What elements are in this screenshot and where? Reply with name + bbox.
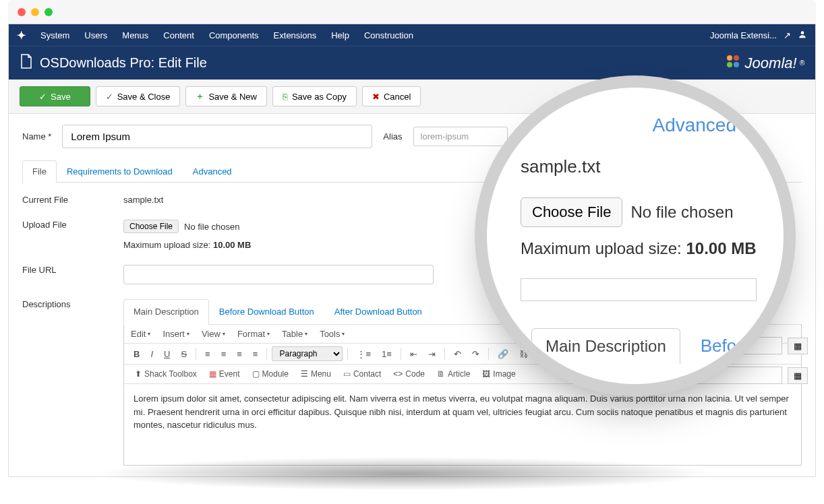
image-icon: 🖼 — [482, 369, 490, 379]
descriptions-label: Descriptions — [22, 299, 123, 309]
svg-point-1 — [727, 55, 732, 61]
unlink-button[interactable]: ⛓ — [515, 347, 532, 361]
name-label: Name * — [22, 131, 51, 141]
editor-menu-edit[interactable]: Edit▾ — [131, 329, 150, 339]
name-input[interactable] — [62, 125, 372, 148]
check-icon: ✓ — [39, 92, 47, 102]
save-button[interactable]: ✓Save — [20, 86, 90, 106]
upload-file-label: Upload File — [22, 220, 123, 230]
align-left-button[interactable]: ≡ — [201, 347, 214, 361]
joomla-burst-icon — [724, 52, 742, 75]
menu-construction[interactable]: Construction — [364, 30, 413, 40]
desc-tab-before[interactable]: Before Download Button — [209, 299, 324, 324]
editor-menu-format[interactable]: Format▾ — [237, 329, 270, 339]
zoom-url-input — [521, 278, 757, 301]
menu-extensions[interactable]: Extensions — [274, 30, 317, 40]
editor-menu-view[interactable]: View▾ — [202, 329, 225, 339]
close-window-icon[interactable] — [18, 8, 26, 16]
user-icon[interactable] — [798, 30, 807, 41]
menu-button[interactable]: ☰Menu — [295, 367, 336, 381]
contact-button[interactable]: ▭Contact — [338, 367, 386, 381]
svg-point-2 — [734, 55, 739, 61]
choose-file-button[interactable]: Choose File — [123, 220, 179, 233]
menu-components[interactable]: Components — [209, 30, 259, 40]
menu-system[interactable]: System — [40, 30, 69, 40]
save-close-button[interactable]: ✓Save & Close — [96, 86, 181, 106]
minimize-window-icon[interactable] — [31, 8, 39, 16]
indent-button[interactable]: ⇥ — [424, 347, 440, 361]
article-icon: 🗎 — [437, 369, 445, 379]
editor-textarea[interactable]: Lorem ipsum dolor sit amet, consectetur … — [124, 384, 801, 465]
image-button[interactable]: 🖼Image — [477, 367, 521, 381]
code-icon: <> — [393, 369, 403, 379]
no-file-text: No file chosen — [184, 222, 239, 232]
desc-tab-after[interactable]: After Download Button — [324, 299, 432, 324]
undo-button[interactable]: ↶ — [450, 347, 465, 361]
article-button[interactable]: 🗎Article — [432, 367, 475, 381]
calendar-button-2[interactable]: ▦ — [788, 367, 808, 384]
redo-button[interactable]: ↷ — [468, 347, 483, 361]
upload-icon: ⬆ — [135, 369, 142, 379]
calendar-icon: ▦ — [209, 369, 216, 379]
menu-content[interactable]: Content — [163, 30, 194, 40]
zoom-main-desc-tab: Main Description — [531, 328, 680, 364]
module-button[interactable]: ▢Module — [247, 367, 294, 381]
zoom-advanced-tab: Advanced — [521, 115, 736, 136]
editor-menu-insert[interactable]: Insert▾ — [163, 329, 189, 339]
zoom-no-file-text: No file chosen — [630, 203, 733, 222]
zoom-choose-file-button: Choose File — [521, 197, 622, 227]
drop-shadow — [94, 457, 715, 491]
menu-icon: ☰ — [301, 369, 308, 379]
window-titlebar — [8, 0, 816, 24]
menu-users[interactable]: Users — [84, 30, 107, 40]
file-icon — [20, 53, 33, 73]
check-icon: ✓ — [106, 92, 113, 102]
page-title: OSDownloads Pro: Edit File — [40, 55, 207, 71]
align-center-button[interactable]: ≡ — [217, 347, 231, 361]
joomla-icon[interactable]: ✦ — [17, 29, 26, 42]
site-name-link[interactable]: Joomla Extensi... — [710, 30, 777, 40]
calendar-button-1[interactable]: ▦ — [788, 338, 808, 354]
link-button[interactable]: 🔗 — [494, 347, 512, 361]
external-link-icon[interactable]: ↗ — [784, 30, 791, 40]
copy-icon: ⎘ — [283, 92, 288, 102]
underline-button[interactable]: U — [160, 347, 174, 361]
editor-menu-table[interactable]: Table▾ — [282, 329, 307, 339]
module-icon: ▢ — [252, 369, 260, 379]
calendar-icon: ▦ — [794, 341, 802, 351]
file-url-input[interactable] — [123, 265, 434, 284]
italic-button[interactable]: I — [146, 347, 157, 361]
desc-tab-main[interactable]: Main Description — [123, 299, 209, 325]
tab-file[interactable]: File — [22, 160, 57, 183]
cancel-button[interactable]: ✖Cancel — [362, 86, 421, 106]
cancel-icon: ✖ — [372, 92, 380, 102]
menu-help[interactable]: Help — [331, 30, 349, 40]
contact-icon: ▭ — [343, 369, 351, 379]
menu-menus[interactable]: Menus — [122, 30, 148, 40]
zoom-current-file: sample.txt — [521, 156, 757, 177]
bold-button[interactable]: B — [129, 347, 144, 361]
event-button[interactable]: ▦Event — [204, 367, 245, 381]
alias-input[interactable] — [413, 127, 508, 146]
paragraph-select[interactable]: Paragraph — [272, 346, 343, 361]
zoom-lens: Advanced sample.txt Choose File No file … — [487, 88, 784, 384]
strike-button[interactable]: S — [177, 347, 191, 361]
joomla-logo: Joomla!® — [724, 52, 804, 75]
tab-advanced[interactable]: Advanced — [183, 160, 242, 182]
tab-requirements[interactable]: Requirements to Download — [57, 160, 183, 182]
outdent-button[interactable]: ⇤ — [406, 347, 421, 361]
maximize-window-icon[interactable] — [45, 8, 53, 16]
svg-point-3 — [727, 62, 732, 67]
shack-toolbox-button[interactable]: ⬆Shack Toolbox — [129, 367, 202, 381]
plus-icon: ＋ — [196, 90, 204, 102]
calendar-icon: ▦ — [794, 371, 802, 381]
align-justify-button[interactable]: ≡ — [249, 347, 262, 361]
save-copy-button[interactable]: ⎘Save as Copy — [272, 86, 357, 106]
bullet-list-button[interactable]: ⋮≡ — [353, 347, 375, 361]
editor-menu-tools[interactable]: Tools▾ — [320, 329, 345, 339]
zoom-max-upload: Maximum upload size: 10.00 MB — [521, 239, 757, 258]
code-button[interactable]: <>Code — [388, 367, 430, 381]
align-right-button[interactable]: ≡ — [233, 347, 246, 361]
save-new-button[interactable]: ＋Save & New — [185, 86, 267, 106]
number-list-button[interactable]: 1≡ — [378, 347, 396, 361]
